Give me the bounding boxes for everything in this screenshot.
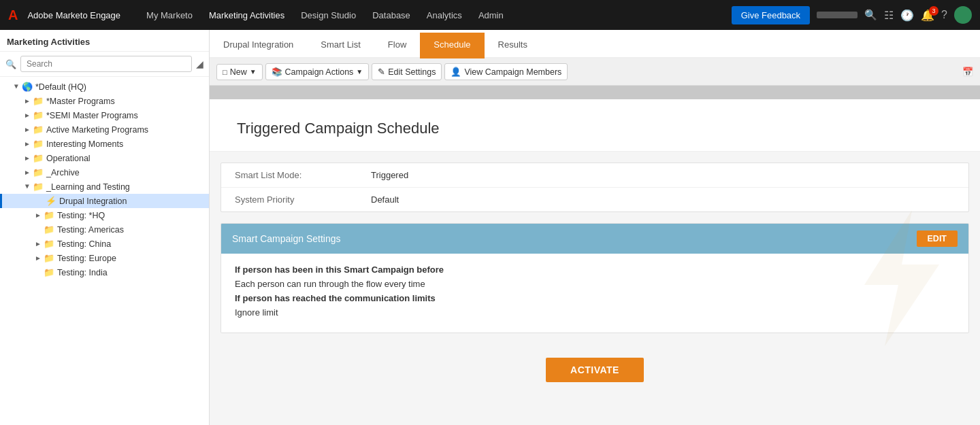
tree-item-semi-master-programs[interactable]: ► 📁 *SEMI Master Programs — [0, 108, 209, 122]
setting-line4: Ignore limit — [235, 307, 955, 318]
tab-schedule[interactable]: Schedule — [420, 33, 484, 58]
chevron-icon: ► — [22, 112, 33, 119]
nav-analytics[interactable]: Analytics — [420, 7, 469, 23]
tab-flow[interactable]: Flow — [374, 33, 420, 58]
sidebar-header: Marketing Activities — [0, 30, 209, 52]
tree-label: _Archive — [46, 168, 80, 177]
settings-header: Smart Campaign Settings EDIT — [221, 224, 968, 254]
tree-item-testing-china[interactable]: ► 📁 Testing: China — [0, 237, 209, 251]
edit-settings-icon: ✎ — [378, 67, 385, 77]
notification-wrapper[interactable]: 🔔 3 — [921, 9, 934, 22]
toolbar-right: 📅 — [962, 67, 973, 77]
search-icon[interactable]: 🔍 — [864, 9, 877, 21]
search-input[interactable] — [20, 56, 192, 72]
folder-icon: 📁 — [33, 110, 44, 120]
tab-results[interactable]: Results — [485, 33, 541, 58]
folder-icon: 📁 — [44, 210, 54, 220]
tree-label: _Learning and Testing — [46, 182, 130, 192]
folder-icon: 📁 — [33, 182, 44, 192]
notification-badge: 3 — [929, 6, 938, 16]
main-layout: Marketing Activities 🔍 ◢ ► 🌎 *Default (H… — [0, 30, 980, 425]
filter-icon[interactable]: ◢ — [196, 58, 203, 69]
tree-item-testing-americas[interactable]: ► 📁 Testing: Americas — [0, 222, 209, 237]
folder-icon: 📁 — [33, 139, 44, 149]
activate-section: ACTIVATE — [210, 344, 980, 396]
chevron-icon: ► — [22, 169, 33, 176]
avatar[interactable] — [954, 6, 972, 24]
help-icon[interactable]: ? — [941, 9, 947, 21]
tree-label: *SEMI Master Programs — [46, 111, 138, 120]
nav-database[interactable]: Database — [365, 7, 417, 23]
view-members-icon: 👤 — [451, 67, 461, 77]
chevron-icon: ► — [13, 82, 20, 92]
chevron-icon: ► — [33, 240, 44, 248]
new-icon: □ — [223, 68, 227, 76]
tree-item-learning-testing[interactable]: ► 📁 _Learning and Testing — [0, 180, 209, 194]
chevron-icon: ► — [22, 126, 33, 133]
clock-icon[interactable]: 🕐 — [900, 9, 914, 22]
tree-item-operational[interactable]: ► 📁 Operational — [0, 151, 209, 165]
page-header: Triggered Campaign Schedule — [210, 99, 980, 152]
chevron-icon: ► — [33, 211, 44, 219]
user-name-obfuscated — [817, 12, 858, 18]
tree-item-testing-europe[interactable]: ► 📁 Testing: Europe — [0, 251, 209, 265]
chevron-icon: ► — [22, 97, 33, 105]
tree-label: Testing: *HQ — [57, 211, 105, 220]
folder-icon: 📁 — [44, 267, 54, 277]
smart-list-mode-value: Triggered — [371, 170, 408, 180]
tree-item-drupal-integration[interactable]: ► ⚡ Drupal Integration — [0, 194, 209, 208]
nav-admin[interactable]: Admin — [472, 7, 510, 23]
info-section: Smart List Mode: Triggered System Priori… — [220, 163, 969, 212]
settings-header-label: Smart Campaign Settings — [232, 233, 341, 244]
tree-item-archive[interactable]: ► 📁 _Archive — [0, 165, 209, 180]
tree-label: Testing: India — [57, 268, 108, 277]
edit-settings-inline-button[interactable]: EDIT — [917, 231, 958, 247]
activate-button[interactable]: ACTIVATE — [546, 358, 644, 382]
chevron-icon: ► — [35, 197, 46, 205]
tabs-bar: Drupal Integration Smart List Flow Sched… — [210, 30, 980, 58]
calendar-icon[interactable]: 📅 — [962, 67, 973, 77]
smart-list-mode-row: Smart List Mode: Triggered — [221, 163, 968, 188]
tree-item-testing-india[interactable]: ► 📁 Testing: India — [0, 265, 209, 279]
give-feedback-button[interactable]: Give Feedback — [732, 6, 810, 24]
nav-marketing-activities[interactable]: Marketing Activities — [202, 7, 291, 23]
campaign-actions-label: Campaign Actions — [285, 67, 354, 77]
folder-icon: 📁 — [44, 239, 54, 249]
tree-label: Interesting Moments — [46, 139, 123, 149]
content-wrapper: Triggered Campaign Schedule Smart List M… — [210, 86, 980, 396]
chevron-icon: ► — [33, 254, 44, 262]
tree-item-active-marketing[interactable]: ► 📁 Active Marketing Programs — [0, 122, 209, 137]
toolbar: □ New ▼ 📚 Campaign Actions ▼ ✎ Edit Sett… — [210, 58, 980, 86]
new-button[interactable]: □ New ▼ — [216, 64, 263, 80]
system-priority-value: Default — [371, 194, 399, 205]
adobe-logo: A — [8, 7, 18, 23]
folder-icon: 📁 — [33, 167, 44, 177]
tab-smart-list[interactable]: Smart List — [307, 33, 374, 58]
tree-item-default-hq[interactable]: ► 🌎 *Default (HQ) — [0, 80, 209, 94]
sidebar: Marketing Activities 🔍 ◢ ► 🌎 *Default (H… — [0, 30, 210, 425]
folder-icon: 📁 — [33, 96, 44, 106]
tree-label: Drupal Integration — [59, 197, 127, 206]
search-magnifier-icon: 🔍 — [5, 59, 16, 69]
nav-design-studio[interactable]: Design Studio — [294, 7, 363, 23]
tab-drupal-integration[interactable]: Drupal Integration — [210, 33, 307, 58]
chevron-icon: ► — [24, 182, 31, 192]
folder-icon: 📁 — [44, 224, 54, 235]
tree-item-testing-hq[interactable]: ► 📁 Testing: *HQ — [0, 208, 209, 222]
tree-label: Testing: Europe — [57, 254, 116, 263]
settings-body: If person has been in this Smart Campaig… — [221, 254, 968, 333]
folder-icon: 📁 — [44, 253, 54, 263]
tree-item-interesting-moments[interactable]: ► 📁 Interesting Moments — [0, 137, 209, 151]
nav-my-marketo[interactable]: My Marketo — [140, 7, 199, 23]
top-navigation: A Adobe Marketo Engage My Marketo Market… — [0, 0, 980, 30]
chevron-icon: ► — [22, 154, 33, 162]
system-priority-row: System Priority Default — [221, 188, 968, 211]
lightning-icon: ⚡ — [46, 196, 56, 206]
page-title: Triggered Campaign Schedule — [237, 120, 953, 137]
edit-settings-button[interactable]: ✎ Edit Settings — [372, 63, 442, 80]
tree-item-master-programs[interactable]: ► 📁 *Master Programs — [0, 94, 209, 108]
app-name: Adobe Marketo Engage — [27, 10, 120, 20]
grid-icon[interactable]: ☷ — [884, 9, 894, 22]
view-campaign-members-button[interactable]: 👤 View Campaign Members — [444, 63, 568, 80]
campaign-actions-button[interactable]: 📚 Campaign Actions ▼ — [265, 63, 370, 80]
